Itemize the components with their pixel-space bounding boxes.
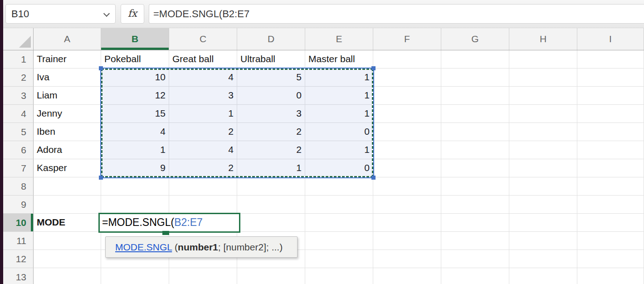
name-box-input[interactable]: B10 (5, 4, 116, 24)
cell-E12[interactable] (305, 250, 373, 268)
row-header-1[interactable]: 1 (3, 50, 34, 69)
cell-F10[interactable] (373, 214, 441, 232)
row-header-12[interactable]: 12 (3, 250, 34, 268)
cell-H1[interactable] (509, 50, 577, 69)
cell-I5[interactable] (577, 123, 644, 141)
cell-G6[interactable] (441, 141, 509, 159)
selection-handle-top-left[interactable] (99, 66, 103, 70)
cell-I10[interactable] (577, 214, 644, 232)
cell-E10[interactable] (305, 214, 373, 232)
row-header-10[interactable]: 10 (3, 214, 34, 232)
row-header-5[interactable]: 5 (3, 123, 34, 141)
cell-E11[interactable] (305, 232, 373, 250)
row-header-8[interactable]: 8 (3, 177, 34, 196)
cell-H12[interactable] (509, 250, 577, 268)
cell-H7[interactable] (509, 159, 577, 177)
cell-A2[interactable]: Iva (34, 69, 101, 87)
cell-I12[interactable] (577, 250, 644, 268)
cell-H9[interactable] (509, 196, 577, 214)
cell-H11[interactable] (509, 232, 577, 250)
cell-A4[interactable]: Jenny (34, 105, 101, 123)
cell-G4[interactable] (441, 105, 509, 123)
cell-H3[interactable] (509, 87, 577, 105)
cell-G12[interactable] (441, 250, 509, 268)
cell-F5[interactable] (373, 123, 441, 141)
cell-D10[interactable] (237, 214, 305, 232)
cell-G5[interactable] (441, 123, 509, 141)
fx-button[interactable]: fx (121, 4, 144, 24)
column-header-C[interactable]: C (169, 28, 237, 50)
cell-G10[interactable] (441, 214, 509, 232)
cell-editor-B10[interactable]: =MODE.SNGL(B2:E7 (98, 213, 240, 233)
formula-input[interactable]: =MODE.SNGL(B2:E7 (149, 4, 644, 24)
cell-I6[interactable] (577, 141, 644, 159)
cell-B9[interactable] (101, 196, 169, 214)
cell-E9[interactable] (305, 196, 373, 214)
row-header-3[interactable]: 3 (3, 87, 34, 105)
cell-H2[interactable] (509, 69, 577, 87)
column-header-G[interactable]: G (441, 28, 509, 50)
cell-I13[interactable] (577, 268, 644, 284)
cell-F12[interactable] (373, 250, 441, 268)
cell-C13[interactable] (169, 268, 237, 284)
cell-F3[interactable] (373, 87, 441, 105)
cell-A11[interactable] (34, 232, 101, 250)
cell-C1[interactable]: Great ball (169, 50, 237, 69)
cell-G2[interactable] (441, 69, 509, 87)
cell-I2[interactable] (577, 69, 644, 87)
cell-G7[interactable] (441, 159, 509, 177)
row-header-7[interactable]: 7 (3, 159, 34, 177)
cell-G13[interactable] (441, 268, 509, 284)
cell-I7[interactable] (577, 159, 644, 177)
cell-G11[interactable] (441, 232, 509, 250)
cell-A6[interactable]: Adora (34, 141, 101, 159)
cell-I11[interactable] (577, 232, 644, 250)
column-header-D[interactable]: D (237, 28, 305, 50)
column-header-F[interactable]: F (373, 28, 441, 50)
cell-A9[interactable] (34, 196, 101, 214)
selection-handle-bottom-right[interactable] (371, 176, 376, 180)
column-header-B[interactable]: B (101, 28, 169, 50)
cell-F9[interactable] (373, 196, 441, 214)
cell-E13[interactable] (305, 268, 373, 284)
cell-F11[interactable] (373, 232, 441, 250)
cell-G3[interactable] (441, 87, 509, 105)
cell-B13[interactable] (101, 268, 169, 284)
cell-A10[interactable]: MODE (34, 214, 101, 232)
cell-I1[interactable] (577, 50, 644, 69)
column-header-A[interactable]: A (34, 28, 101, 50)
cell-I3[interactable] (577, 87, 644, 105)
cell-H8[interactable] (509, 177, 577, 196)
cell-F13[interactable] (373, 268, 441, 284)
cell-A12[interactable] (34, 250, 101, 268)
cell-D13[interactable] (237, 268, 305, 284)
row-header-11[interactable]: 11 (3, 232, 34, 250)
cell-I9[interactable] (577, 196, 644, 214)
cell-F8[interactable] (373, 177, 441, 196)
cell-A5[interactable]: Iben (34, 123, 101, 141)
cell-H13[interactable] (509, 268, 577, 284)
cell-D1[interactable]: Ultraball (237, 50, 305, 69)
column-header-H[interactable]: H (509, 28, 577, 50)
cell-C9[interactable] (169, 196, 237, 214)
selection-handle-bottom-left[interactable] (99, 176, 103, 180)
cell-H4[interactable] (509, 105, 577, 123)
cell-E8[interactable] (305, 177, 373, 196)
function-link[interactable]: MODE.SNGL (115, 242, 172, 252)
cell-H10[interactable] (509, 214, 577, 232)
cell-G8[interactable] (441, 177, 509, 196)
cell-D9[interactable] (237, 196, 305, 214)
cell-I8[interactable] (577, 177, 644, 196)
cell-H6[interactable] (509, 141, 577, 159)
cell-G1[interactable] (441, 50, 509, 69)
cell-G9[interactable] (441, 196, 509, 214)
row-header-6[interactable]: 6 (3, 141, 34, 159)
cell-F2[interactable] (373, 69, 441, 87)
cell-B8[interactable] (101, 177, 169, 196)
select-all-corner[interactable] (3, 28, 34, 50)
column-header-I[interactable]: I (577, 28, 644, 50)
column-header-E[interactable]: E (305, 28, 373, 50)
cell-B1[interactable]: Pokeball (101, 50, 169, 69)
cell-A3[interactable]: Liam (34, 87, 101, 105)
cell-F7[interactable] (373, 159, 441, 177)
